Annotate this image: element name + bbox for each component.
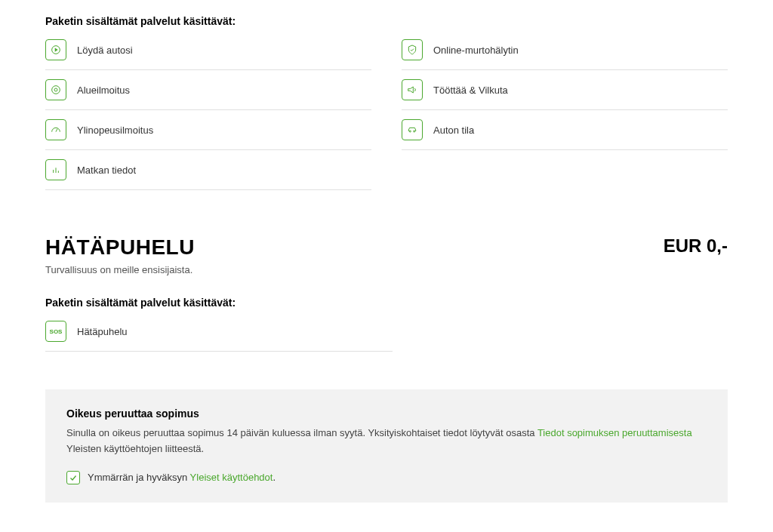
service-label: Alueilmoitus <box>77 85 130 96</box>
horn-icon <box>402 79 423 100</box>
plan-subtitle: Turvallisuus on meille ensisijaista. <box>45 264 728 275</box>
withdrawal-link[interactable]: Tiedot sopimuksen peruuttamisesta <box>537 427 692 438</box>
plan-price: EUR 0,- <box>664 235 728 257</box>
terms-text-before: Sinulla on oikeus peruuttaa sopimus 14 p… <box>66 427 537 438</box>
service-item: Matkan tiedot <box>45 150 371 190</box>
service-item: Löydä autosi <box>45 39 371 70</box>
service-item: Tööttää & Vilkuta <box>402 70 728 110</box>
speed-icon <box>45 119 66 140</box>
svg-point-8 <box>409 131 411 132</box>
stats-icon <box>45 159 66 180</box>
svg-line-4 <box>56 129 57 132</box>
general-terms-link[interactable]: Yleiset käyttöehdot <box>190 472 273 483</box>
service-label: Auton tila <box>433 125 474 136</box>
svg-point-3 <box>54 88 57 91</box>
checkbox-label-before: Ymmärrän ja hyväksyn <box>88 472 190 483</box>
services-grid: Löydä autosi Alueilmoitus Ylinopeusilmoi… <box>45 39 728 190</box>
sos-icon: SOS <box>45 321 66 342</box>
shield-icon <box>402 39 423 60</box>
plan-title: HÄTÄPUHELU <box>45 235 195 260</box>
car-icon <box>402 119 423 140</box>
terms-box: Oikeus peruuttaa sopimus Sinulla on oike… <box>45 389 728 503</box>
terms-text: Sinulla on oikeus peruuttaa sopimus 14 p… <box>66 426 707 457</box>
service-item: Ylinopeusilmoitus <box>45 110 371 150</box>
svg-point-9 <box>414 131 415 132</box>
terms-text-after: Yleisten käyttöehtojen liitteestä. <box>66 443 204 454</box>
service-label: Hätäpuhelu <box>77 326 128 337</box>
plan-services-heading: Paketin sisältämät palvelut käsittävät: <box>45 297 728 309</box>
locate-icon <box>45 39 66 60</box>
service-label: Tööttää & Vilkuta <box>433 85 508 96</box>
services-heading: Paketin sisältämät palvelut käsittävät: <box>45 15 728 27</box>
checkbox-label: Ymmärrän ja hyväksyn Yleiset käyttöehdot… <box>88 472 276 483</box>
service-item: Online-murtohälytin <box>402 39 728 70</box>
service-label: Ylinopeusilmoitus <box>77 125 153 136</box>
service-item: SOS Hätäpuhelu <box>45 321 393 352</box>
area-icon <box>45 79 66 100</box>
terms-title: Oikeus peruuttaa sopimus <box>66 407 707 420</box>
service-label: Matkan tiedot <box>77 165 136 176</box>
service-label: Löydä autosi <box>77 45 133 56</box>
accept-terms-checkbox[interactable] <box>66 471 80 484</box>
svg-marker-1 <box>55 48 58 51</box>
service-label: Online-murtohälytin <box>433 45 519 56</box>
service-item: Auton tila <box>402 110 728 150</box>
svg-point-2 <box>52 86 60 94</box>
service-item: Alueilmoitus <box>45 70 371 110</box>
